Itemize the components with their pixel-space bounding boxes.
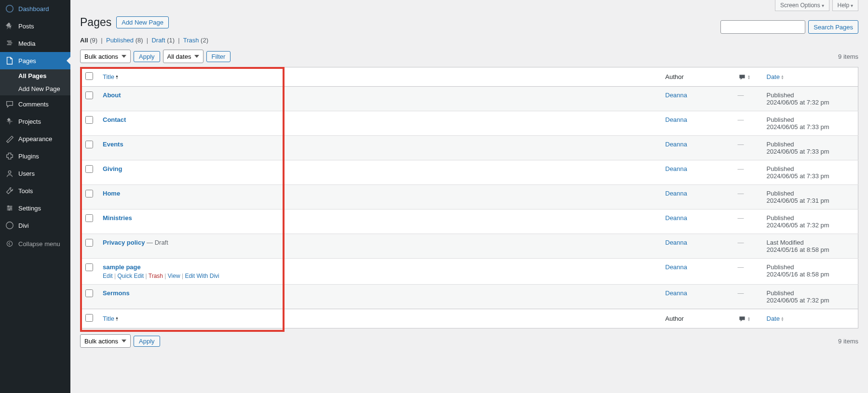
filter-published[interactable]: Published bbox=[106, 37, 134, 44]
sidebar-item-settings[interactable]: Settings bbox=[0, 199, 70, 217]
author-link[interactable]: Deanna bbox=[665, 92, 688, 99]
bulk-actions-select[interactable]: Bulk actions bbox=[80, 50, 131, 63]
date-value: 2024/05/16 at 8:58 pm bbox=[767, 246, 829, 253]
date-status: Published bbox=[767, 289, 854, 297]
row-checkbox[interactable] bbox=[85, 289, 93, 297]
submenu-add-new[interactable]: Add New Page bbox=[0, 82, 70, 95]
tablenav-top: Bulk actions Apply All dates Filter 9 it… bbox=[80, 49, 858, 64]
table-row: Privacy policy — DraftDeanna—Last Modifi… bbox=[81, 234, 858, 259]
author-link[interactable]: Deanna bbox=[665, 190, 688, 197]
apply-button-top[interactable]: Apply bbox=[134, 51, 160, 62]
view-link[interactable]: View bbox=[168, 273, 180, 279]
author-link[interactable]: Deanna bbox=[665, 141, 688, 148]
trash-link[interactable]: Trash bbox=[149, 273, 163, 279]
comments-dash: — bbox=[738, 116, 744, 123]
page-title-link[interactable]: Sermons bbox=[103, 289, 130, 297]
comments-column-header[interactable]: ▲▼ bbox=[733, 67, 762, 87]
date-column-footer[interactable]: Date▲▼ bbox=[762, 309, 858, 328]
author-column-footer[interactable]: Author bbox=[661, 309, 733, 328]
row-checkbox[interactable] bbox=[85, 116, 93, 124]
filter-trash[interactable]: Trash bbox=[183, 37, 199, 44]
sidebar-item-plugins[interactable]: Plugins bbox=[0, 147, 70, 165]
date-status: Published bbox=[767, 165, 854, 172]
filter-trash-count: (2) bbox=[201, 37, 208, 44]
help-button[interactable]: Help bbox=[832, 0, 858, 11]
comments-dash: — bbox=[738, 190, 744, 197]
row-checkbox[interactable] bbox=[85, 141, 93, 148]
row-checkbox[interactable] bbox=[85, 263, 93, 271]
sidebar-item-tools[interactable]: Tools bbox=[0, 182, 70, 199]
edit-link[interactable]: Edit bbox=[103, 273, 113, 279]
row-checkbox[interactable] bbox=[85, 239, 93, 247]
page-title-link[interactable]: Events bbox=[103, 141, 123, 148]
collapse-menu[interactable]: Collapse menu bbox=[0, 234, 70, 253]
page-title-link[interactable]: Giving bbox=[103, 165, 122, 172]
bulk-actions-select-bottom[interactable]: Bulk actions bbox=[80, 334, 131, 348]
title-column-header[interactable]: Title▲▼ bbox=[98, 67, 661, 87]
table-row: GivingDeanna—Published2024/06/05 at 7:33… bbox=[81, 160, 858, 185]
sidebar-item-projects[interactable]: Projects bbox=[0, 113, 70, 130]
row-checkbox[interactable] bbox=[85, 165, 93, 173]
page-title-link[interactable]: Privacy policy bbox=[103, 239, 145, 246]
filter-draft[interactable]: Draft bbox=[151, 37, 165, 44]
add-new-page-button[interactable]: Add New Page bbox=[116, 16, 169, 28]
sidebar-item-comments[interactable]: Comments bbox=[0, 95, 70, 113]
date-value: 2024/06/05 at 7:32 pm bbox=[767, 297, 829, 304]
sidebar-item-pages[interactable]: Pages bbox=[0, 52, 70, 69]
quick-edit-link[interactable]: Quick Edit bbox=[117, 273, 144, 279]
sidebar-item-dashboard[interactable]: Dashboard bbox=[0, 0, 70, 17]
page-title: Pages bbox=[80, 16, 111, 29]
screen-meta: Screen Options Help bbox=[80, 0, 858, 11]
sidebar-item-appearance[interactable]: Appearance bbox=[0, 130, 70, 147]
author-link[interactable]: Deanna bbox=[665, 239, 688, 246]
date-value: 2024/06/05 at 7:33 pm bbox=[767, 172, 829, 180]
tablenav-bottom: Bulk actions Apply 9 items bbox=[80, 333, 858, 349]
page-title-link[interactable]: Contact bbox=[103, 116, 126, 123]
page-title-link[interactable]: Home bbox=[103, 190, 120, 197]
apply-button-bottom[interactable]: Apply bbox=[134, 336, 160, 347]
row-checkbox[interactable] bbox=[85, 92, 93, 99]
dates-select[interactable]: All dates bbox=[163, 50, 203, 63]
filter-all[interactable]: All bbox=[80, 37, 88, 44]
page-title-link[interactable]: Ministries bbox=[103, 214, 132, 222]
sidebar-label: Media bbox=[18, 40, 35, 47]
post-status-filters: All (9) | Published (8) | Draft (1) | Tr… bbox=[80, 37, 858, 44]
author-link[interactable]: Deanna bbox=[665, 116, 688, 123]
sidebar-item-divi[interactable]: Divi bbox=[0, 217, 70, 234]
author-link[interactable]: Deanna bbox=[665, 165, 688, 172]
page-title-link[interactable]: sample page bbox=[103, 263, 141, 271]
row-checkbox[interactable] bbox=[85, 214, 93, 222]
search-input[interactable] bbox=[720, 20, 805, 34]
comments-dash: — bbox=[738, 141, 744, 148]
comments-column-footer[interactable]: ▲▼ bbox=[733, 309, 762, 328]
edit-divi-link[interactable]: Edit With Divi bbox=[185, 273, 219, 279]
date-column-header[interactable]: Date▲▼ bbox=[762, 67, 858, 87]
filter-draft-count: (1) bbox=[167, 37, 175, 44]
author-link[interactable]: Deanna bbox=[665, 289, 688, 297]
page-title-link[interactable]: About bbox=[103, 92, 121, 99]
screen-options-button[interactable]: Screen Options bbox=[775, 0, 829, 11]
sidebar-item-media[interactable]: Media bbox=[0, 35, 70, 52]
sort-icon: ▲▼ bbox=[115, 75, 119, 79]
date-status: Published bbox=[767, 92, 854, 99]
date-status: Published bbox=[767, 214, 854, 222]
select-all-footer bbox=[81, 309, 98, 328]
title-column-footer[interactable]: Title▲▼ bbox=[98, 309, 661, 328]
row-checkbox[interactable] bbox=[85, 190, 93, 197]
author-column-header[interactable]: Author bbox=[661, 67, 733, 87]
sidebar-label: Dashboard bbox=[18, 5, 49, 13]
author-link[interactable]: Deanna bbox=[665, 214, 688, 222]
search-pages-button[interactable]: Search Pages bbox=[808, 20, 858, 34]
sidebar-item-posts[interactable]: Posts bbox=[0, 17, 70, 35]
collapse-icon bbox=[5, 239, 14, 249]
filter-button[interactable]: Filter bbox=[206, 51, 231, 62]
select-all-checkbox[interactable] bbox=[85, 72, 93, 80]
select-all-checkbox-footer[interactable] bbox=[85, 314, 93, 322]
author-link[interactable]: Deanna bbox=[665, 263, 688, 271]
collapse-label: Collapse menu bbox=[18, 240, 60, 248]
submenu-all-pages[interactable]: All Pages bbox=[0, 69, 70, 82]
media-icon bbox=[5, 39, 14, 48]
sidebar-item-users[interactable]: Users bbox=[0, 165, 70, 182]
admin-sidebar: Dashboard Posts Media Pages All Pages Ad… bbox=[0, 0, 70, 393]
comments-dash: — bbox=[738, 92, 744, 99]
